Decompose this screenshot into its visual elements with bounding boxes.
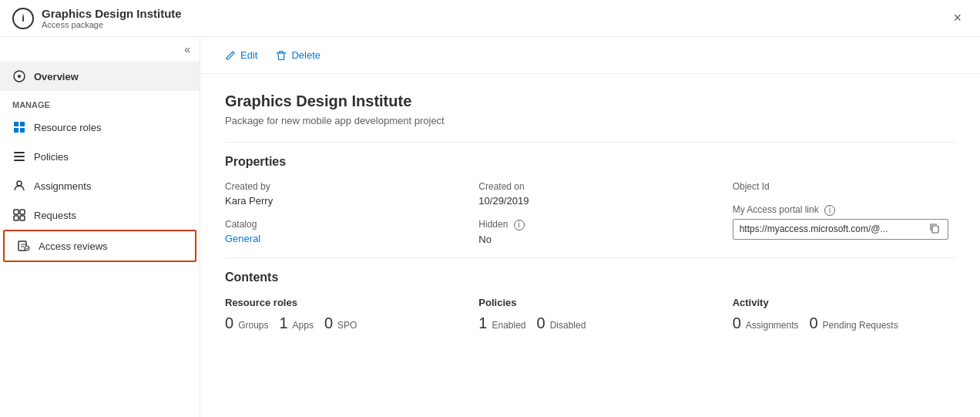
sidebar-item-resource-roles[interactable]: Resource roles [0, 113, 200, 142]
sidebar-item-assignments[interactable]: Assignments [0, 171, 200, 200]
contents-resource-roles: Resource roles 0 Groups 1 Apps 0 SPO [225, 297, 448, 332]
resource-roles-icon [12, 120, 26, 134]
sidebar-item-access-reviews[interactable]: Access reviews [3, 230, 196, 262]
sidebar-item-resource-roles-label: Resource roles [34, 122, 101, 133]
prop-catalog: Catalog General [225, 219, 448, 244]
assignments-icon [12, 179, 26, 193]
edit-icon [225, 50, 236, 61]
svg-point-9 [17, 181, 22, 186]
sidebar-item-access-reviews-label: Access reviews [39, 240, 108, 252]
copy-link-button[interactable] [928, 223, 941, 236]
detail-title: Graphics Design Institute [225, 92, 955, 110]
portal-link-container: https://myaccess.microsoft.com/@... [733, 219, 948, 240]
sidebar-item-overview-label: Overview [34, 71, 79, 82]
pending-label: Pending Requests [823, 320, 898, 331]
divider-2 [225, 257, 955, 258]
svg-rect-12 [14, 216, 18, 220]
enabled-count: 1 [478, 314, 487, 332]
content-area: Edit Delete Graphics Design Institute Pa… [200, 37, 980, 417]
prop-created-on: Created on 10/29/2019 Hidden i No [478, 181, 701, 245]
activity-title: Activity [733, 297, 955, 308]
delete-button[interactable]: Delete [270, 46, 327, 64]
policies-icon [12, 150, 26, 163]
header-subtitle: Access package [42, 20, 182, 29]
svg-rect-10 [14, 210, 18, 214]
header-left: i Graphics Design Institute Access packa… [12, 7, 182, 29]
sidebar-item-overview[interactable]: Overview [0, 62, 200, 91]
contents-policies: Policies 1 Enabled 0 Disabled [478, 297, 701, 332]
spo-label: SPO [337, 320, 357, 331]
contents-section-title: Contents [225, 271, 955, 284]
edit-button[interactable]: Edit [219, 46, 263, 64]
properties-section-title: Properties [225, 155, 955, 169]
enabled-label: Enabled [492, 320, 525, 331]
activity-assignments-label: Assignments [746, 320, 799, 331]
portal-link-text: https://myaccess.microsoft.com/@... [740, 224, 925, 234]
prop-hidden-value: No [478, 234, 701, 245]
disabled-label: Disabled [550, 320, 586, 331]
sidebar-item-policies[interactable]: Policies [0, 142, 200, 171]
prop-created-on-label: Created on [478, 181, 701, 192]
groups-label: Groups [238, 320, 268, 331]
policies-stats: 1 Enabled 0 Disabled [478, 314, 701, 332]
detail-subtitle: Package for new mobile app development p… [225, 115, 955, 126]
svg-rect-8 [14, 160, 25, 161]
svg-rect-17 [932, 226, 938, 233]
copy-icon [929, 223, 940, 234]
prop-portal-link-label: My Access portal link i [733, 204, 955, 216]
sidebar-collapse-area: « [0, 37, 200, 62]
prop-catalog-value[interactable]: General [225, 233, 260, 244]
properties-grid: Created by Kara Perry Catalog General Cr… [225, 181, 955, 245]
prop-catalog-label: Catalog [225, 219, 448, 230]
prop-created-by-label: Created by [225, 181, 448, 192]
policies-title: Policies [478, 297, 701, 308]
header-title: Graphics Design Institute [42, 7, 182, 20]
access-reviews-icon [17, 239, 31, 253]
svg-rect-16 [277, 52, 286, 54]
resource-roles-stats: 0 Groups 1 Apps 0 SPO [225, 314, 448, 332]
resource-roles-title: Resource roles [225, 297, 448, 308]
info-circle-icon: i [12, 8, 34, 29]
activity-stats: 0 Assignments 0 Pending Requests [733, 314, 955, 332]
hidden-info-icon: i [514, 220, 525, 230]
top-header: i Graphics Design Institute Access packa… [0, 0, 980, 37]
sidebar-item-policies-label: Policies [34, 151, 69, 163]
apps-count: 1 [279, 314, 287, 332]
contents-activity: Activity 0 Assignments 0 Pending Request… [733, 297, 955, 332]
prop-created-by-value: Kara Perry [225, 195, 448, 207]
contents-grid: Resource roles 0 Groups 1 Apps 0 SPO Pol… [225, 297, 955, 332]
prop-portal-link: My Access portal link i https://myaccess… [733, 204, 955, 240]
sidebar-collapse-button[interactable]: « [184, 43, 190, 55]
spo-count: 0 [324, 314, 333, 332]
svg-point-15 [25, 246, 29, 251]
svg-rect-11 [20, 210, 25, 214]
toolbar: Edit Delete [200, 37, 980, 74]
sidebar-manage-label: Manage [0, 91, 200, 113]
close-button[interactable]: × [947, 7, 968, 29]
header-title-block: Graphics Design Institute Access package [42, 7, 182, 29]
delete-label: Delete [291, 49, 321, 61]
svg-rect-3 [20, 122, 25, 126]
pending-count: 0 [809, 314, 817, 332]
portal-link-info-icon: i [824, 205, 835, 216]
prop-created-by: Created by Kara Perry Catalog General [225, 181, 448, 245]
sidebar: « Overview Manage Resource role [0, 37, 200, 417]
prop-created-on-value: 10/29/2019 [478, 195, 701, 207]
divider-1 [225, 142, 955, 143]
prop-hidden: Hidden i No [478, 219, 701, 245]
overview-icon [12, 69, 26, 83]
svg-rect-2 [14, 122, 18, 126]
requests-icon [12, 208, 26, 222]
sidebar-item-requests-label: Requests [34, 210, 76, 221]
disabled-count: 0 [537, 314, 545, 332]
prop-object-id-label: Object Id [733, 181, 955, 192]
groups-count: 0 [225, 314, 233, 332]
sidebar-item-requests[interactable]: Requests [0, 200, 200, 230]
delete-icon [276, 50, 287, 61]
svg-rect-13 [20, 216, 25, 220]
prop-object-id: Object Id My Access portal link i https:… [733, 181, 955, 245]
svg-rect-7 [14, 156, 25, 157]
svg-point-1 [18, 75, 21, 78]
detail-content: Graphics Design Institute Package for ne… [200, 74, 980, 351]
edit-label: Edit [240, 49, 257, 61]
